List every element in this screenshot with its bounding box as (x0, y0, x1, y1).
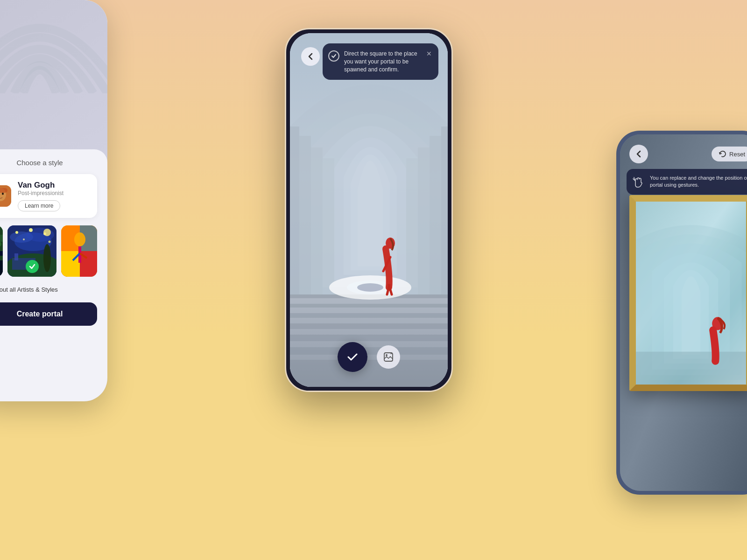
reset-icon (719, 150, 726, 158)
svg-rect-41 (406, 158, 418, 287)
right-phone-shell: Reset You can replace and change the pos… (616, 131, 747, 495)
notif-text-center: Direct the square to the place you want … (344, 50, 422, 73)
svg-point-16 (29, 228, 33, 232)
picture-frame (629, 195, 747, 391)
svg-rect-9 (0, 260, 3, 277)
center-notification-banner: Direct the square to the place you want … (323, 43, 438, 80)
reset-button[interactable]: Reset (712, 147, 747, 161)
artist-card[interactable]: Van Gogh Post-impressionist Learn more (0, 174, 97, 218)
center-phone: Direct the square to the place you want … (285, 28, 462, 392)
choose-style-title: Choose a style (0, 159, 97, 167)
svg-point-3 (2, 193, 4, 195)
svg-point-57 (386, 354, 388, 356)
svg-rect-39 (418, 147, 430, 294)
bottom-actions (290, 342, 448, 372)
gallery-button[interactable] (377, 345, 400, 369)
strip-artwork-svg (0, 225, 3, 277)
artist-avatar-image (0, 185, 11, 207)
svg-rect-56 (384, 353, 393, 361)
svg-rect-45 (290, 313, 448, 318)
center-phone-inner: Direct the square to the place you want … (290, 33, 448, 387)
svg-line-63 (634, 177, 634, 180)
right-ar-scene: Reset You can replace and change the pos… (620, 134, 747, 491)
right-phone-header: Reset (629, 145, 747, 163)
artist-name: Van Gogh (18, 181, 90, 190)
artist-avatar (0, 185, 11, 207)
artist-info: Van Gogh Post-impressionist Learn more (18, 181, 90, 211)
svg-point-20 (43, 229, 51, 236)
svg-rect-4 (0, 188, 7, 193)
left-phone-shell: Choose a style Van Gogh (0, 0, 107, 401)
svg-rect-60 (636, 352, 746, 385)
svg-rect-40 (323, 158, 334, 287)
back-button-center[interactable] (301, 47, 320, 66)
right-notification-banner: You can replace and change the position … (627, 169, 747, 195)
svg-rect-24 (14, 253, 18, 260)
confirm-button[interactable] (338, 342, 367, 372)
svg-rect-47 (290, 335, 448, 341)
artist-style: Post-impressionist (18, 190, 90, 196)
reset-label: Reset (729, 151, 745, 158)
svg-point-29 (74, 232, 85, 246)
ar-scene: Direct the square to the place you want … (290, 33, 448, 387)
svg-rect-7 (0, 235, 3, 242)
svg-rect-38 (311, 147, 323, 294)
artwork-grid (0, 225, 97, 277)
artwork-thumb-colorful[interactable] (61, 225, 97, 277)
corridor-svg (290, 33, 448, 387)
svg-rect-46 (290, 323, 448, 329)
svg-point-22 (43, 244, 51, 272)
left-bg-arches (0, 0, 107, 93)
svg-rect-8 (0, 251, 3, 256)
check-icon (29, 263, 35, 270)
confirm-check-icon (346, 350, 359, 364)
gesture-icon (631, 175, 645, 189)
selected-check-badge (26, 260, 39, 273)
strip-artwork (0, 225, 3, 277)
artwork-thumb-left[interactable] (0, 225, 3, 277)
more-artists-link[interactable]: ore about all Artists & Styles (0, 286, 97, 293)
notif-close-button[interactable]: ✕ (426, 50, 432, 57)
svg-rect-44 (290, 304, 448, 308)
left-card-panel: Choose a style Van Gogh (0, 149, 107, 401)
learn-more-button[interactable]: Learn more (18, 200, 60, 211)
svg-rect-34 (290, 126, 299, 313)
colorful-artwork-svg (61, 225, 97, 277)
back-icon-right (634, 150, 643, 158)
back-icon-center (306, 52, 315, 61)
svg-point-52 (357, 283, 383, 292)
svg-rect-36 (299, 136, 311, 304)
right-phone-inner: Reset You can replace and change the pos… (620, 134, 747, 491)
right-notif-text: You can replace and change the position … (650, 175, 747, 189)
right-phone: Reset You can replace and change the pos… (616, 131, 747, 495)
frame-content (636, 202, 746, 385)
notif-check-icon (328, 50, 339, 62)
notif-check-svg (331, 53, 337, 59)
svg-rect-35 (441, 126, 448, 313)
artwork-thumb-starry[interactable] (7, 225, 56, 277)
create-portal-button[interactable]: Create portal (0, 302, 97, 326)
gesture-svg (632, 175, 645, 188)
gallery-icon (383, 352, 394, 362)
back-button-right[interactable] (629, 145, 648, 163)
svg-point-18 (23, 238, 25, 240)
colorful-artwork (61, 225, 97, 277)
svg-point-15 (15, 231, 18, 234)
left-phone: Choose a style Van Gogh (0, 0, 121, 420)
svg-point-19 (49, 241, 51, 243)
center-phone-shell: Direct the square to the place you want … (285, 28, 453, 392)
frame-artwork-svg (636, 202, 746, 385)
svg-rect-37 (430, 136, 441, 304)
